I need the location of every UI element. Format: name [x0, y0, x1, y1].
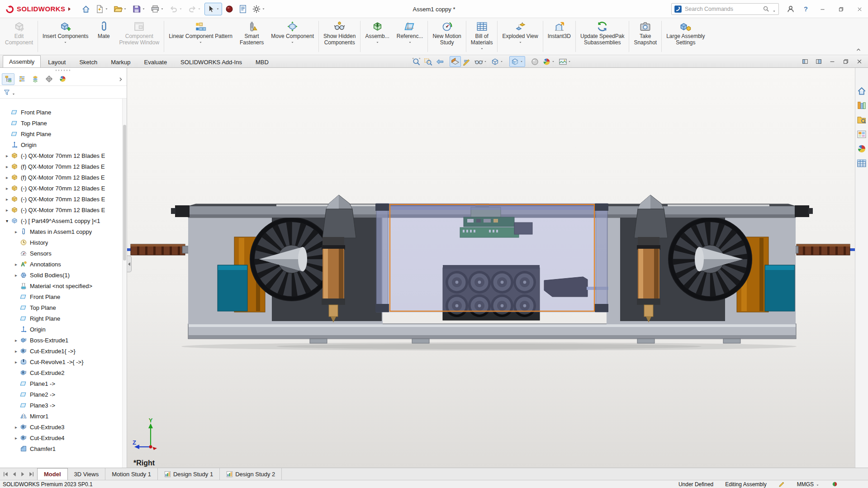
help-button[interactable]: ? [799, 2, 812, 16]
tree-item-qx-motor-70mm-12-blades-e[interactable]: ▸(-) QX-Motor 70mm 12 Blades E [0, 194, 122, 204]
zoom-to-fit-button[interactable] [411, 56, 422, 67]
select-button[interactable] [204, 3, 222, 15]
doc-tab-model[interactable]: Model [37, 468, 68, 480]
dropdown-caret-icon[interactable] [408, 40, 412, 44]
tree-item-chamfer1[interactable]: Chamfer1 [0, 443, 122, 454]
tree-item-right-plane[interactable]: Right Plane [0, 313, 122, 324]
graphics-area[interactable]: Y Z *Right [127, 68, 855, 468]
tree-item-top-plane[interactable]: Top Plane [0, 118, 122, 128]
tree-item-f-qx-motor-70mm-12-blades-e[interactable]: ▸(f) QX-Motor 70mm 12 Blades E [0, 172, 122, 183]
show-hidden-components-button[interactable]: Show HiddenComponents [320, 19, 359, 54]
hide-show-items-dropdown-caret[interactable] [483, 57, 488, 66]
tree-item-mirror1[interactable]: Mirror1 [0, 411, 122, 422]
user-account-button[interactable] [784, 2, 797, 16]
tree-item-cut-extrude1[interactable]: ▸Cut-Extrude1{ ->} [0, 346, 122, 356]
select-dropdown-caret[interactable] [215, 5, 220, 14]
show-pane-left-button[interactable] [800, 57, 810, 66]
view-orientation-button[interactable] [509, 56, 525, 67]
expand-arrow-icon[interactable]: ▸ [3, 163, 11, 171]
smart-fasteners-button[interactable]: SmartFasteners [236, 19, 267, 54]
app-menu-chevron-icon[interactable] [68, 7, 71, 11]
doc-tab-motion-study-1[interactable]: Motion Study 1 [105, 468, 158, 480]
view-orientation-dropdown-caret[interactable] [519, 57, 524, 66]
expand-arrow-icon[interactable]: ▸ [12, 358, 20, 366]
tree-item-origin[interactable]: Origin [0, 324, 122, 335]
expand-arrow-icon[interactable]: ▸ [12, 347, 20, 355]
tree-item-qx-motor-70mm-12-blades-e[interactable]: ▸(-) QX-Motor 70mm 12 Blades E [0, 150, 122, 161]
appearances-scenes-button[interactable] [857, 144, 867, 154]
open-button[interactable] [112, 3, 129, 15]
previous-tab-button[interactable] [10, 470, 18, 478]
insert-components-button[interactable]: Insert Components [39, 19, 92, 54]
print-dropdown-caret[interactable] [160, 5, 165, 14]
tab-layout[interactable]: Layout [42, 57, 72, 67]
expand-arrow-icon[interactable]: ▸ [12, 228, 20, 236]
expand-arrow-icon[interactable]: ▸ [12, 336, 20, 344]
tree-item-cut-extrude2[interactable]: Cut-Extrude2 [0, 367, 122, 378]
tree-item-mates-in-assem1-coppy[interactable]: ▸Mates in Assem1 coppy [0, 226, 122, 237]
tab-assembly[interactable]: Assembly [3, 55, 41, 67]
update-speedpak-subassemblies-button[interactable]: Update SpeedPakSubassemblies [577, 19, 628, 54]
model-canvas[interactable] [127, 68, 855, 468]
tree-item-qx-motor-70mm-12-blades-e[interactable]: ▸(-) QX-Motor 70mm 12 Blades E [0, 204, 122, 215]
large-assembly-settings-button[interactable]: Large AssemblySettings [663, 19, 708, 54]
tree-item-part49-assem1-coppy-1[interactable]: ▾(-) [ Part49^Assem1 coppy ]<1 [0, 215, 122, 226]
expand-arrow-icon[interactable]: ▸ [12, 261, 20, 268]
expand-arrow-icon[interactable]: ▸ [12, 271, 20, 279]
tree-item-plane2[interactable]: Plane2 -> [0, 389, 122, 400]
print-button[interactable] [149, 3, 166, 15]
rebuild-button[interactable] [223, 3, 236, 15]
dropdown-caret-icon[interactable] [480, 46, 484, 51]
expand-arrow-icon[interactable]: ▸ [3, 152, 11, 160]
tree-item-sensors[interactable]: Sensors [0, 248, 122, 259]
save-dropdown-caret[interactable] [141, 5, 146, 14]
minimize-document-button[interactable] [827, 57, 837, 66]
doc-tab-3d-views[interactable]: 3D Views [68, 468, 106, 480]
zoom-to-area-button[interactable] [422, 56, 434, 67]
scrollbar-thumb[interactable] [123, 125, 126, 261]
search-dropdown-caret[interactable] [772, 7, 776, 11]
taskpane-home-button[interactable] [857, 86, 867, 96]
featuremanager-tab[interactable] [2, 73, 14, 85]
view-sketches-button[interactable] [461, 56, 473, 67]
restore-button[interactable] [832, 0, 849, 18]
instant3d-button[interactable]: Instant3D [544, 19, 574, 54]
panel-expand-chevron[interactable] [116, 74, 125, 84]
units-dropdown-caret[interactable] [816, 482, 820, 486]
tab-markup[interactable]: Markup [104, 57, 137, 67]
tree-item-cut-extrude3[interactable]: ▸Cut-Extrude3 [0, 422, 122, 432]
tree-item-history[interactable]: History [0, 237, 122, 248]
reference-geometry-button[interactable]: Referenc... [393, 19, 427, 54]
dimxpertmanager-tab[interactable] [43, 73, 55, 85]
restore-document-button[interactable] [840, 57, 851, 66]
tree-item-annotations[interactable]: ▸AAnnotations [0, 259, 122, 270]
search-icon[interactable] [763, 5, 769, 12]
doc-tab-design-study-2[interactable]: Design Study 2 [220, 468, 282, 480]
expand-arrow-icon[interactable]: ▸ [12, 423, 20, 431]
new-document-button[interactable] [93, 3, 111, 15]
next-tab-button[interactable] [19, 470, 27, 478]
filter-input[interactable] [17, 88, 123, 96]
design-library-button[interactable] [857, 100, 867, 110]
take-snapshot-button[interactable]: TakeSnapshot [630, 19, 660, 54]
linear-component-pattern-button[interactable]: Linear Component Pattern [165, 19, 236, 54]
move-component-button[interactable]: Move Component [267, 19, 318, 54]
edit-appearance-dropdown-caret[interactable] [551, 57, 555, 66]
new-document-dropdown-caret[interactable] [104, 5, 109, 14]
tree-item-top-plane[interactable]: Top Plane [0, 302, 122, 313]
previous-view-button[interactable] [434, 56, 446, 67]
expand-arrow-icon[interactable]: ▸ [3, 206, 11, 214]
file-explorer-button[interactable] [857, 115, 867, 125]
dropdown-caret-icon[interactable] [199, 40, 203, 44]
redo-dropdown-caret[interactable] [197, 5, 202, 14]
edit-appearance-button[interactable] [541, 56, 557, 67]
doc-tab-design-study-1[interactable]: Design Study 1 [158, 468, 220, 480]
exploded-view-button[interactable]: Exploded View [498, 19, 541, 54]
tree-scrollbar[interactable] [122, 99, 127, 468]
expand-arrow-icon[interactable]: ▸ [3, 174, 11, 181]
filter-dropdown-caret[interactable] [11, 90, 16, 95]
tree-item-qx-motor-70mm-12-blades-e[interactable]: ▸(-) QX-Motor 70mm 12 Blades E [0, 183, 122, 194]
dropdown-caret-icon[interactable] [375, 40, 379, 44]
tags-icon[interactable] [831, 481, 838, 488]
save-button[interactable] [130, 3, 148, 15]
